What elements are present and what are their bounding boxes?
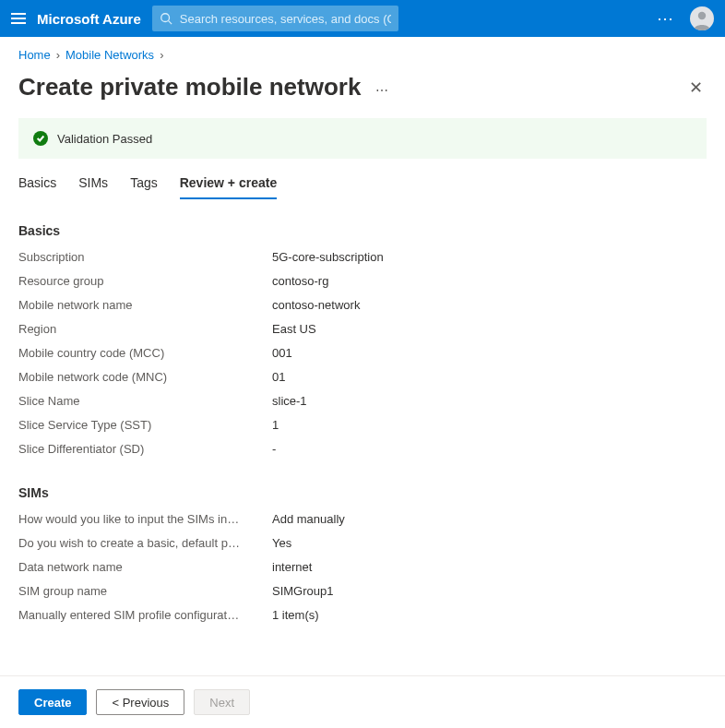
page-more-icon[interactable]: ⋯	[368, 83, 397, 98]
kv-label: Manually entered SIM profile configurat…	[18, 607, 272, 624]
kv-label: Subscription	[18, 249, 272, 266]
kv-label: How would you like to input the SIMs in…	[18, 511, 272, 528]
check-circle-icon	[33, 131, 48, 146]
validation-banner: Validation Passed	[18, 118, 707, 159]
kv-row: Mobile network namecontoso-network	[18, 297, 707, 314]
kv-label: Resource group	[18, 273, 272, 290]
kv-value: contoso-rg	[272, 273, 328, 290]
kv-row: Resource groupcontoso-rg	[18, 273, 707, 290]
avatar[interactable]	[690, 6, 714, 30]
kv-label: Do you wish to create a basic, default p…	[18, 535, 272, 552]
kv-label: Mobile network name	[18, 297, 272, 314]
section-sims: SIMs How would you like to input the SIM…	[0, 485, 725, 651]
kv-label: Mobile country code (MCC)	[18, 345, 272, 362]
chevron-right-icon: ›	[56, 48, 60, 62]
kv-value: 1	[272, 417, 279, 434]
breadcrumb-mobile-networks[interactable]: Mobile Networks	[65, 48, 154, 62]
kv-label: Slice Differentiator (SD)	[18, 441, 272, 458]
kv-value: 01	[272, 369, 285, 386]
section-basics: Basics Subscription5G-core-subscription …	[0, 223, 725, 485]
svg-point-0	[161, 14, 170, 22]
search-input[interactable]	[180, 12, 392, 26]
kv-value: 5G-core-subscription	[272, 249, 384, 266]
kv-label: Mobile network code (MNC)	[18, 369, 272, 386]
kv-row: RegionEast US	[18, 321, 707, 338]
kv-row: How would you like to input the SIMs in……	[18, 511, 707, 528]
previous-button[interactable]: < Previous	[96, 689, 184, 715]
tab-sims[interactable]: SIMs	[78, 175, 108, 199]
kv-row: Slice Nameslice-1	[18, 393, 707, 410]
svg-point-2	[698, 12, 706, 19]
svg-line-1	[168, 21, 172, 25]
kv-value: 1 item(s)	[272, 607, 319, 624]
kv-row: Manually entered SIM profile configurat……	[18, 607, 707, 624]
kv-value: Yes	[272, 535, 291, 552]
chevron-right-icon: ›	[160, 48, 163, 62]
footer-buttons: Create < Previous Next	[0, 675, 725, 728]
kv-row: Subscription5G-core-subscription	[18, 249, 707, 266]
kv-value: internet	[272, 559, 312, 576]
kv-row: Data network nameinternet	[18, 559, 707, 576]
kv-label: Data network name	[18, 559, 272, 576]
kv-value: East US	[272, 321, 316, 338]
kv-value: slice-1	[272, 393, 307, 410]
more-icon[interactable]: ⋯	[653, 8, 679, 29]
kv-row: Slice Service Type (SST)1	[18, 417, 707, 434]
section-basics-heading: Basics	[18, 223, 707, 238]
next-button: Next	[194, 689, 250, 715]
search-icon	[160, 12, 172, 25]
kv-label: Region	[18, 321, 272, 338]
person-icon	[690, 6, 714, 30]
kv-row: Mobile network code (MNC)01	[18, 369, 707, 386]
top-bar: Microsoft Azure ⋯	[0, 0, 725, 37]
menu-icon[interactable]	[11, 13, 26, 24]
kv-row: Do you wish to create a basic, default p…	[18, 535, 707, 552]
kv-row: Mobile country code (MCC)001	[18, 345, 707, 362]
breadcrumb-home[interactable]: Home	[18, 48, 51, 62]
kv-label: SIM group name	[18, 583, 272, 600]
create-button[interactable]: Create	[18, 689, 87, 715]
kv-value: Add manually	[272, 511, 345, 528]
page-title-row: Create private mobile network ⋯ ✕	[0, 67, 725, 118]
kv-value: contoso-network	[272, 297, 360, 314]
tab-tags[interactable]: Tags	[130, 175, 158, 199]
kv-value: SIMGroup1	[272, 583, 333, 600]
breadcrumb: Home › Mobile Networks ›	[0, 37, 725, 67]
kv-value: 001	[272, 345, 292, 362]
validation-text: Validation Passed	[57, 132, 152, 146]
section-sims-heading: SIMs	[18, 485, 707, 500]
kv-row: Slice Differentiator (SD)-	[18, 441, 707, 458]
brand-label: Microsoft Azure	[37, 11, 141, 27]
tabs: Basics SIMs Tags Review + create	[0, 175, 725, 199]
tab-basics[interactable]: Basics	[18, 175, 56, 199]
tab-review-create[interactable]: Review + create	[180, 175, 277, 199]
kv-value: -	[272, 441, 276, 458]
close-icon[interactable]: ✕	[685, 74, 707, 101]
kv-label: Slice Name	[18, 393, 272, 410]
page-title: Create private mobile network	[18, 73, 361, 101]
kv-label: Slice Service Type (SST)	[18, 417, 272, 434]
global-search[interactable]	[152, 6, 399, 31]
kv-row: SIM group nameSIMGroup1	[18, 583, 707, 600]
